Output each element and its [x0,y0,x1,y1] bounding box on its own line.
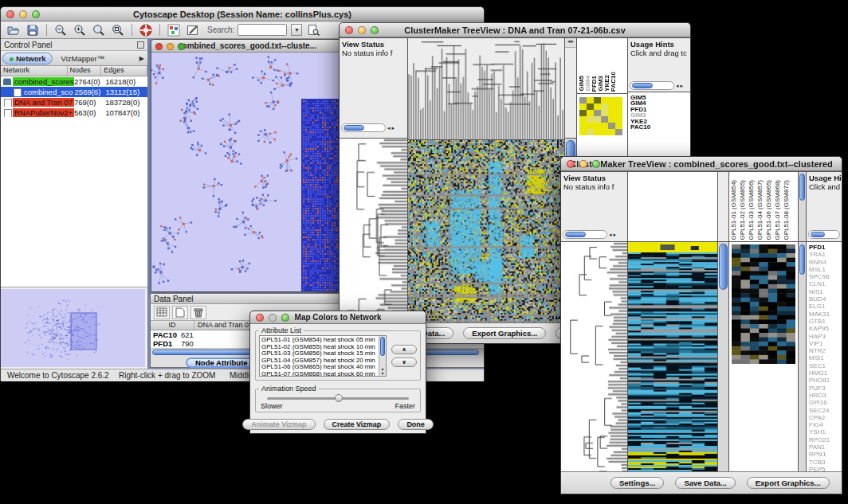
gene-label[interactable]: HMG1 [809,369,842,377]
data-column-id[interactable]: ID [151,321,194,330]
gene-label[interactable]: PFD1 [809,244,842,251]
zoom-in-icon[interactable] [72,23,88,37]
tv2-heatmap[interactable] [628,242,716,473]
search-input[interactable] [238,24,287,36]
gene-label[interactable]: MAK31 [809,311,842,318]
gene-label[interactable]: MSL1 [809,266,842,273]
gene-label[interactable]: ELG1 [809,303,842,310]
tv2-zoom-panel[interactable] [729,242,798,494]
tv2-action-button[interactable]: Export Graphics... [747,477,830,489]
gene-label[interactable]: NTR2 [809,347,842,354]
tv2-column-dendrogram[interactable] [628,172,716,242]
tv1-titlebar[interactable]: ClusterMaker TreeView : DNA and Tran 07-… [340,23,690,37]
gene-label[interactable]: PAC10 [630,124,690,130]
delete-attribute-icon[interactable] [190,306,206,319]
tv2-zoom-heatmap[interactable] [732,244,795,364]
zoom-icon[interactable] [178,43,185,50]
minimize-button[interactable] [19,10,27,18]
close-button[interactable] [567,160,575,168]
move-down-button[interactable]: ∨ [391,357,417,367]
zoom-button[interactable] [281,314,289,322]
arrow-left-icon[interactable]: ◂ [567,38,571,47]
gene-label[interactable]: YSH1 [809,428,842,436]
gene-label[interactable]: NIS1 [809,288,842,295]
gene-label[interactable]: RPN1 [809,451,842,458]
gene-label[interactable]: PHO81 [809,377,842,384]
gene-label[interactable]: PAN1 [809,443,842,451]
arrow-left-icon[interactable]: ◂ [609,232,612,238]
minimize-button[interactable] [269,314,277,322]
gene-label[interactable]: VIP1 [809,340,842,347]
gene-label[interactable]: KAP95 [809,325,842,332]
save-session-icon[interactable] [25,23,41,37]
arrow-right-icon[interactable]: ▸ [571,38,575,47]
arrow-right-icon[interactable]: ▸ [392,125,395,131]
search-config-icon[interactable] [305,23,321,37]
gene-label[interactable]: BUD4 [809,295,842,303]
tv1-row-dendrogram[interactable] [340,139,407,324]
tv2-action-button[interactable]: Save Data... [675,477,735,489]
arrow-right-icon[interactable]: ▸ [681,83,684,89]
gene-label[interactable]: RNR4 [809,259,842,266]
gene-label[interactable]: SEC24 [809,407,842,414]
select-attributes-icon[interactable] [154,306,170,319]
tab-vizmapper[interactable]: VizMapper™ [54,53,111,64]
zoom-fit-icon[interactable] [91,23,107,37]
attribute-list-scrollbar[interactable]: ▴▾ [379,336,386,376]
tv1-action-button[interactable]: Export Graphics... [463,327,546,339]
open-file-icon[interactable] [6,23,22,37]
gene-label[interactable]: RPO21 [809,436,842,443]
tv1-row-zoom-slider[interactable] [341,123,386,132]
tv2-gene-scrollbar[interactable]: ▴▾ [799,242,806,494]
tab-network[interactable]: Network [2,53,53,64]
gene-label[interactable]: GPI16 [809,399,842,406]
animate-vizmap-button[interactable]: Animate Vizmap [242,419,315,430]
gene-label[interactable]: MSI1 [809,354,842,361]
minimize-button[interactable] [358,26,366,34]
tv2-labels-scrollbar[interactable] [799,172,806,242]
gene-label[interactable]: GTB1 [809,318,842,325]
tv2-row-dendrogram[interactable] [561,242,627,474]
tv2-gene-list[interactable]: PFD1YRA1RNR4MSL1SPC98CLN1NIS1BUD4ELG1MAK… [807,242,842,494]
zoom-out-icon[interactable] [53,23,69,37]
tv2-action-button[interactable]: Settings... [610,477,664,489]
network-view-canvas[interactable] [151,53,343,291]
network-overview-thumbnail[interactable] [1,289,145,367]
create-vizmap-button[interactable]: Create Vizmap [324,419,391,430]
tv1-col-zoom-slider[interactable] [630,81,674,90]
minimize-button[interactable] [579,160,587,168]
network-list-row[interactable]: combined_scores 2764(0) 16218(0) [1,76,147,87]
arrow-left-icon[interactable]: ◂ [387,125,391,131]
slider-knob[interactable] [335,394,343,402]
gene-label[interactable]: SPC98 [809,273,842,280]
gene-label[interactable]: PUF3 [809,385,842,392]
tv2-col-zoom-slider[interactable] [808,230,840,239]
minimize-icon[interactable] [167,43,174,50]
arrow-left-icon[interactable]: ◂ [676,83,679,89]
main-titlebar[interactable]: Cytoscape Desktop (Session Name: collins… [1,7,484,21]
zoom-button[interactable] [371,26,379,34]
network-list-row[interactable]: combined_sco 2569(6) 13112(15) [1,87,147,97]
arrow-right-icon[interactable]: ▸ [614,232,617,238]
gene-label[interactable]: CPA2 [809,414,842,421]
dialog-titlebar[interactable]: Map Colors to Network [250,311,426,324]
tabs-overflow-button[interactable]: ▶ [139,55,146,62]
gene-label[interactable]: YRA1 [809,251,842,258]
new-attribute-icon[interactable] [172,306,188,319]
close-icon[interactable] [155,43,163,50]
zoom-button[interactable] [32,10,40,18]
gene-label[interactable]: HAP3 [809,333,842,340]
zoom-button[interactable] [592,160,600,168]
annotation-icon[interactable] [185,23,201,37]
gene-label[interactable]: TCB3 [809,459,842,466]
done-button[interactable]: Done [398,419,434,430]
scroll-arrows-icon[interactable]: ▴▾ [379,366,386,376]
gene-label[interactable]: HRD3 [809,392,842,399]
attribute-list-item[interactable]: GPL51-07 (GSM868) heat shock 60 min [261,371,386,377]
tv1-column-dendrogram[interactable] [408,38,564,140]
gene-label[interactable]: SEC1 [809,362,842,369]
close-button[interactable] [345,26,353,34]
attribute-list[interactable]: GPL51-01 (GSM854) heat shock 05 minGPL51… [259,335,387,377]
tv2-titlebar[interactable]: ClusterMaker TreeView : combined_scores_… [561,157,842,171]
gene-label[interactable]: FIG4 [809,421,842,428]
